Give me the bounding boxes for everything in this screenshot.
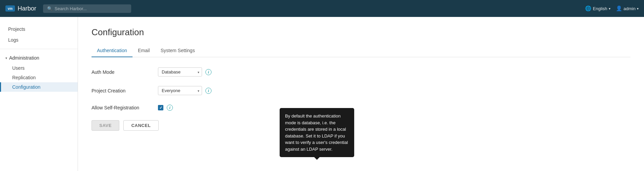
project-creation-select-wrapper: Everyone AdminOnly ▾ [158, 86, 202, 95]
user-icon: 👤 [616, 5, 622, 12]
self-registration-field: Allow Self-Registration i [92, 105, 630, 111]
search-input[interactable] [55, 6, 127, 11]
sidebar-item-configuration[interactable]: Configuration [0, 82, 78, 92]
sidebar-item-replication[interactable]: Replication [0, 73, 78, 82]
sidebar-divider [0, 49, 78, 49]
topnav: vm Harbor 🔍 🌐 English ▾ 👤 admin ▾ [0, 0, 644, 17]
sidebar-item-logs[interactable]: Logs [0, 35, 78, 45]
user-menu[interactable]: 👤 admin ▾ [616, 5, 639, 12]
tab-system-settings[interactable]: System Settings [155, 44, 200, 57]
tab-email[interactable]: Email [133, 44, 155, 57]
sidebar-item-projects[interactable]: Projects [0, 24, 78, 35]
language-selector[interactable]: 🌐 English ▾ [585, 5, 610, 12]
self-registration-control: i [158, 105, 173, 111]
project-creation-control: Everyone AdminOnly ▾ i [158, 86, 212, 95]
project-creation-field: Project Creation Everyone AdminOnly ▾ i [92, 86, 630, 95]
topnav-right: 🌐 English ▾ 👤 admin ▾ [585, 5, 639, 12]
search-icon: 🔍 [47, 6, 53, 11]
auth-mode-field: Auth Mode Database LDAP UAA OIDC ▾ i [92, 67, 630, 77]
globe-icon: 🌐 [585, 5, 591, 12]
main-content: Configuration Authentication Email Syste… [78, 17, 644, 171]
search-box[interactable]: 🔍 [43, 4, 131, 13]
auth-mode-label: Auth Mode [92, 69, 153, 75]
project-creation-label: Project Creation [92, 88, 153, 93]
tab-authentication[interactable]: Authentication [92, 44, 133, 57]
sidebar-item-users[interactable]: Users [0, 63, 78, 73]
language-chevron: ▾ [609, 7, 610, 10]
administration-label: Administration [9, 55, 39, 61]
layout: Projects Logs ▾ Administration Users Rep… [0, 17, 644, 171]
auth-mode-select-wrapper: Database LDAP UAA OIDC ▾ [158, 67, 202, 77]
auth-mode-select[interactable]: Database LDAP UAA OIDC [158, 67, 202, 77]
auth-mode-tooltip: By default the authentication mode is da… [280, 108, 354, 157]
sidebar-group-administration[interactable]: ▾ Administration [0, 52, 78, 63]
user-chevron: ▾ [637, 7, 639, 10]
tabs-bar: Authentication Email System Settings [92, 44, 630, 57]
self-registration-label: Allow Self-Registration [92, 105, 153, 110]
form-buttons: SAVE CANCEL [92, 120, 630, 131]
brand-area: vm Harbor [5, 5, 36, 12]
sidebar: Projects Logs ▾ Administration Users Rep… [0, 17, 78, 171]
vm-logo: vm [5, 5, 15, 12]
page-title: Configuration [92, 27, 630, 38]
auth-mode-info-icon[interactable]: i [205, 69, 212, 75]
project-creation-info-icon[interactable]: i [205, 88, 212, 94]
save-button[interactable]: SAVE [92, 120, 119, 131]
administration-chevron: ▾ [5, 56, 7, 60]
username-label: admin [624, 6, 636, 11]
cancel-button[interactable]: CANCEL [123, 120, 158, 131]
auth-mode-control: Database LDAP UAA OIDC ▾ i [158, 67, 212, 77]
brand-title: Harbor [18, 5, 36, 12]
form-area: Auth Mode Database LDAP UAA OIDC ▾ i [92, 67, 630, 131]
self-registration-info-icon[interactable]: i [167, 105, 173, 111]
project-creation-select[interactable]: Everyone AdminOnly [158, 86, 202, 95]
self-registration-checkbox[interactable] [158, 105, 163, 110]
language-label: English [593, 6, 607, 11]
